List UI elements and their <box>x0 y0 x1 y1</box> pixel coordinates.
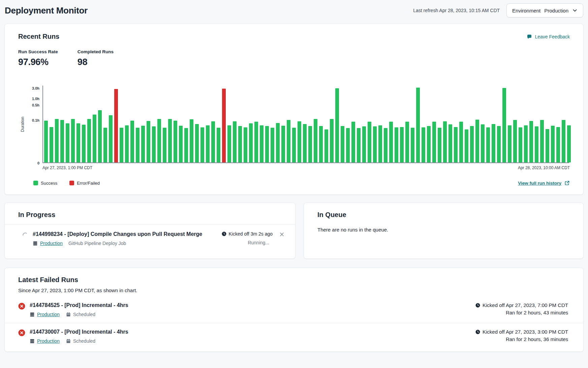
chart-bar[interactable] <box>206 125 210 163</box>
chart-bar[interactable] <box>384 128 388 162</box>
chart-bar[interactable] <box>244 127 247 162</box>
chart-bar[interactable] <box>71 119 75 162</box>
chart-bar[interactable] <box>319 126 323 162</box>
chart-bar[interactable] <box>222 89 226 162</box>
chart-bar[interactable] <box>416 88 420 162</box>
environment-link[interactable]: Production <box>37 338 60 344</box>
chart-bar[interactable] <box>163 128 166 162</box>
chart-bar[interactable] <box>351 122 355 162</box>
chart-bar[interactable] <box>519 127 522 162</box>
chart-bar[interactable] <box>395 127 398 162</box>
chart-bar[interactable] <box>459 122 463 162</box>
chart-bar[interactable] <box>308 126 312 162</box>
dismiss-run-button[interactable] <box>279 232 284 237</box>
leave-feedback-link[interactable]: Leave Feedback <box>527 34 570 39</box>
chart-bar[interactable] <box>184 128 188 162</box>
chart-bar[interactable] <box>492 124 495 162</box>
chart-bar[interactable] <box>114 89 118 162</box>
chart-bar[interactable] <box>136 128 140 162</box>
chart-bar[interactable] <box>271 128 274 162</box>
chart-bar[interactable] <box>427 126 431 162</box>
view-full-run-history-link[interactable]: View full run history <box>518 180 570 186</box>
chart-bar[interactable] <box>76 123 80 162</box>
chart-bar[interactable] <box>254 122 258 162</box>
chart-bar[interactable] <box>432 122 436 162</box>
chart-bar[interactable] <box>190 119 193 162</box>
chart-bar[interactable] <box>513 120 517 162</box>
chart-bar[interactable] <box>438 128 441 162</box>
chart-bar[interactable] <box>179 126 183 162</box>
chart-bar[interactable] <box>233 121 237 162</box>
chart-bar[interactable] <box>87 119 91 162</box>
chart-bar[interactable] <box>276 123 280 162</box>
chart-bar[interactable] <box>502 88 506 162</box>
chart-bar[interactable] <box>82 125 86 162</box>
chart-bar[interactable] <box>535 126 538 162</box>
chart-bar[interactable] <box>368 122 371 162</box>
chart-bar[interactable] <box>200 127 204 162</box>
chart-bar[interactable] <box>324 129 328 162</box>
environment-link[interactable]: Production <box>37 312 60 317</box>
chart-bar[interactable] <box>66 123 69 162</box>
chart-bar[interactable] <box>470 126 474 162</box>
chart-bar[interactable] <box>227 125 231 163</box>
chart-bar[interactable] <box>341 126 344 162</box>
chart-bar[interactable] <box>130 121 134 163</box>
chart-bar[interactable] <box>546 129 549 162</box>
chart-bar[interactable] <box>195 124 199 162</box>
chart-bar[interactable] <box>93 115 96 162</box>
chart-bar[interactable] <box>120 128 123 162</box>
chart-bar[interactable] <box>378 125 382 163</box>
chart-bar[interactable] <box>152 126 156 162</box>
chart-bar[interactable] <box>141 126 145 162</box>
chart-bar[interactable] <box>125 125 129 163</box>
chart-bar[interactable] <box>60 120 64 162</box>
chart-bar[interactable] <box>465 129 468 162</box>
chart-bar[interactable] <box>103 128 107 162</box>
chart-bar[interactable] <box>448 124 452 162</box>
chart-bar[interactable] <box>217 128 220 162</box>
chart-bar[interactable] <box>44 121 48 163</box>
chart-bar[interactable] <box>303 124 307 162</box>
chart-bar[interactable] <box>265 126 269 162</box>
environment-link[interactable]: Production <box>40 241 63 246</box>
chart-bar[interactable] <box>562 120 565 162</box>
chart-bar[interactable] <box>486 127 490 162</box>
chart-bar[interactable] <box>443 121 447 162</box>
chart-bar[interactable] <box>508 125 512 163</box>
chart-bar[interactable] <box>292 128 296 162</box>
chart-bar[interactable] <box>168 119 172 162</box>
chart-bar[interactable] <box>330 119 334 162</box>
chart-bar[interactable] <box>373 126 377 162</box>
chart-bar[interactable] <box>551 126 555 162</box>
chart-bar[interactable] <box>211 121 215 162</box>
chart-bar[interactable] <box>157 119 161 162</box>
chart-bar[interactable] <box>400 127 404 162</box>
chart-bar[interactable] <box>362 126 366 162</box>
chart-bar[interactable] <box>249 123 253 162</box>
chart-bar[interactable] <box>389 122 393 162</box>
chart-bar[interactable] <box>524 125 528 163</box>
chart-bar[interactable] <box>411 128 414 162</box>
chart-bar[interactable] <box>529 121 533 162</box>
environment-dropdown[interactable]: Environment Production <box>506 3 583 18</box>
chart-bar[interactable] <box>298 121 301 162</box>
chart-bar[interactable] <box>567 125 571 163</box>
chart-bar[interactable] <box>50 127 53 162</box>
chart-bar[interactable] <box>109 115 113 162</box>
chart-bar[interactable] <box>281 126 285 162</box>
chart-bar[interactable] <box>422 127 425 162</box>
chart-bar[interactable] <box>475 120 479 162</box>
chart-bar[interactable] <box>497 126 501 162</box>
chart-bar[interactable] <box>454 127 458 162</box>
chart-bar[interactable] <box>540 120 544 162</box>
chart-bar[interactable] <box>287 120 290 162</box>
chart-bar[interactable] <box>314 119 317 162</box>
chart-bar[interactable] <box>238 126 242 162</box>
chart-bar[interactable] <box>481 124 485 162</box>
chart-bar[interactable] <box>147 121 150 162</box>
chart-bar[interactable] <box>556 127 560 162</box>
chart-bar[interactable] <box>346 128 350 162</box>
chart-bar[interactable] <box>357 128 361 162</box>
chart-bar[interactable] <box>260 125 264 163</box>
